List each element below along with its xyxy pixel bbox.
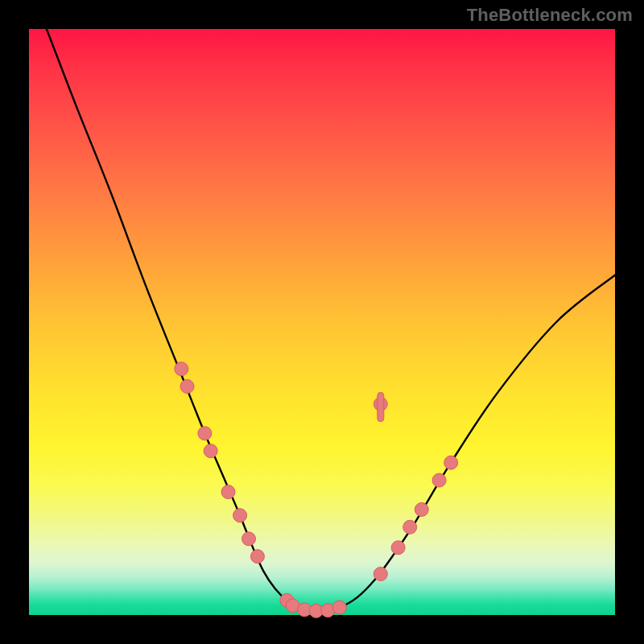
- data-point: [374, 568, 387, 581]
- data-point: [242, 532, 256, 546]
- chart-svg: [29, 29, 615, 615]
- watermark-text: TheBottleneck.com: [467, 5, 633, 26]
- data-point: [233, 509, 247, 522]
- bottleneck-curve: [47, 29, 615, 611]
- chart-plot-area: [29, 29, 615, 615]
- data-point: [432, 473, 446, 487]
- data-point: [221, 485, 235, 499]
- data-point: [250, 550, 264, 564]
- data-point: [175, 362, 188, 376]
- data-point: [180, 380, 194, 394]
- data-point: [444, 456, 458, 469]
- data-point: [415, 502, 428, 516]
- chart-frame: TheBottleneck.com: [0, 0, 644, 644]
- chart-markers: [175, 362, 458, 618]
- data-point: [391, 541, 405, 555]
- vertical-bar-marker: [378, 392, 384, 421]
- data-point: [332, 601, 346, 614]
- data-point: [204, 444, 217, 458]
- data-point: [403, 520, 417, 534]
- highlight-bar: [378, 392, 384, 421]
- data-point: [198, 427, 212, 440]
